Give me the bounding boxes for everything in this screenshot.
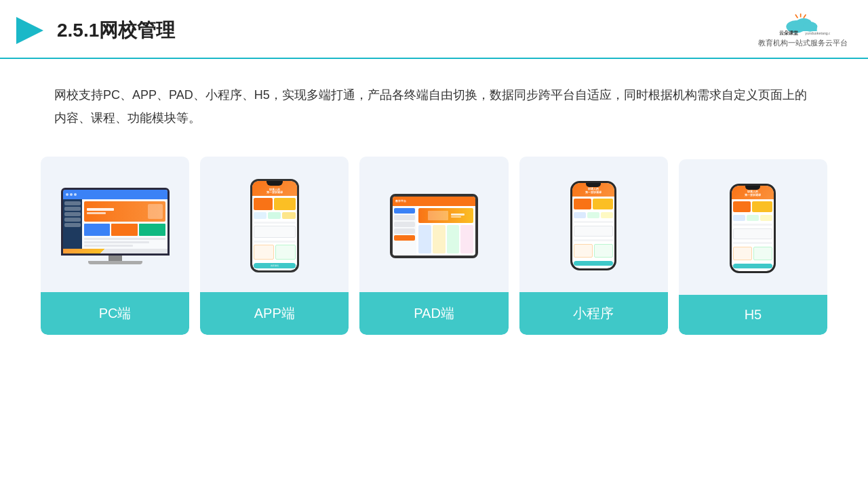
pc-image-area xyxy=(41,157,189,292)
pad-mockup: 教学平台 xyxy=(390,194,478,258)
logo-subtitle: 教育机构一站式服务云平台 xyxy=(758,38,848,48)
app-label: APP端 xyxy=(200,292,349,335)
miniprogram-image-area: 职通人的第一堂职通课 xyxy=(519,157,668,292)
h5-phone-mockup: 职通人的第一堂职通课 xyxy=(730,184,776,273)
logo-area: 云朵课堂 yunduoketang.com 教育机构一站式服务云平台 xyxy=(758,12,848,48)
mini-phone-notch-1 xyxy=(586,183,601,187)
pad-image-area: 教学平台 xyxy=(359,157,508,292)
phone-notch xyxy=(267,181,283,186)
device-card-miniprogram: 职通人的第一堂职通课 xyxy=(519,157,668,335)
app-phone-mockup: 职通人的第一堂职通课 xyxy=(250,179,299,272)
mini-phone-screen-1: 职通人的第一堂职通课 xyxy=(572,183,614,268)
header: 2.5.1网校管理 云朵课堂 yunduoketang.com 教育机构一站式服… xyxy=(0,0,868,59)
pad-outer: 教学平台 xyxy=(390,194,478,258)
description-text: 网校支持PC、APP、PAD、小程序、H5，实现多端打通，产品各终端自由切换，数… xyxy=(54,88,807,125)
device-card-pc: PC端 xyxy=(41,157,189,335)
svg-marker-0 xyxy=(16,17,43,44)
h5-label: H5 xyxy=(679,295,827,335)
description: 网校支持PC、APP、PAD、小程序、H5，实现多端打通，产品各终端自由切换，数… xyxy=(0,59,868,143)
pad-label: PAD端 xyxy=(359,292,508,335)
device-card-h5: 职通人的第一堂职通课 xyxy=(679,159,827,335)
pc-screen xyxy=(61,188,170,256)
svg-text:云朵课堂: 云朵课堂 xyxy=(779,30,799,36)
miniprogram-phone-mockup: 职通人的第一堂职通课 xyxy=(570,181,616,270)
logo-icon: 云朵课堂 yunduoketang.com xyxy=(776,12,830,37)
h5-image-area: 职通人的第一堂职通课 xyxy=(679,159,827,295)
app-image-area: 职通人的第一堂职通课 xyxy=(200,157,349,292)
pad-screen: 教学平台 xyxy=(393,197,475,256)
svg-line-5 xyxy=(795,15,797,18)
mini-phone-outer-1: 职通人的第一堂职通课 xyxy=(570,181,616,270)
device-cards-container: PC端 职通人的第一堂职通课 xyxy=(0,143,868,355)
mini-phone-screen-2: 职通人的第一堂职通课 xyxy=(732,186,774,271)
miniprogram-label: 小程序 xyxy=(519,292,668,335)
svg-line-7 xyxy=(804,15,806,18)
mini-phone-outer-2: 职通人的第一堂职通课 xyxy=(730,184,776,273)
app-phone-screen: 职通人的第一堂职通课 xyxy=(252,181,297,270)
play-icon xyxy=(14,14,46,47)
header-left: 2.5.1网校管理 xyxy=(14,14,175,47)
pc-label: PC端 xyxy=(41,292,189,335)
mini-phone-notch-2 xyxy=(745,186,760,190)
svg-text:yunduoketang.com: yunduoketang.com xyxy=(805,31,830,35)
device-card-pad: 教学平台 xyxy=(359,157,508,335)
device-card-app: 职通人的第一堂职通课 xyxy=(200,157,349,335)
app-phone-outer: 职通人的第一堂职通课 xyxy=(250,179,299,272)
page-title: 2.5.1网校管理 xyxy=(57,18,175,43)
pc-mockup xyxy=(61,188,170,264)
